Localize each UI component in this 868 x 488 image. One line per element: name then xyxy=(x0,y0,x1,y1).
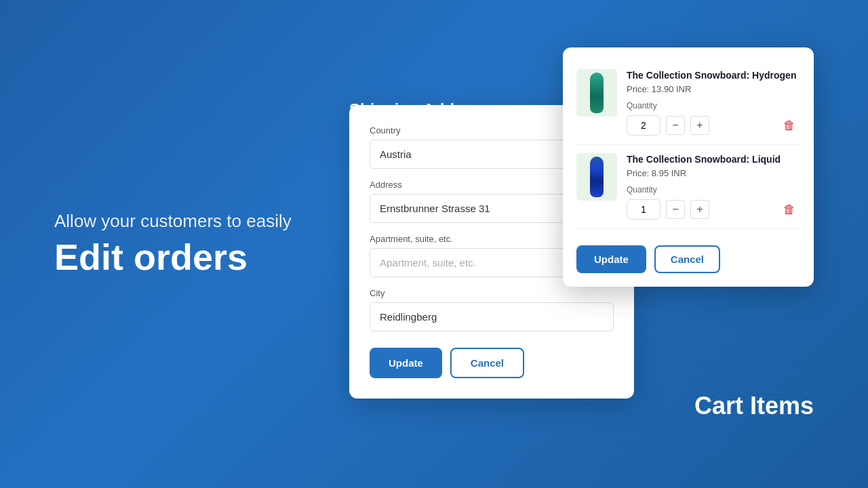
item-image-liquid xyxy=(576,153,617,201)
shipping-button-row: Update Cancel xyxy=(370,348,614,378)
quantity-plus-liquid[interactable]: + xyxy=(690,200,709,219)
trash-icon-liquid: 🗑 xyxy=(783,203,795,217)
quantity-plus-hydrogen[interactable]: + xyxy=(690,116,709,135)
hero-section: Allow your customers to easily Edit orde… xyxy=(54,211,292,277)
cart-item: The Collection Snowboard: Hydrogen Price… xyxy=(576,61,800,145)
snowboard-liquid-icon xyxy=(590,157,604,197)
item-details-hydrogen: The Collection Snowboard: Hydrogen Price… xyxy=(627,69,800,136)
city-group: City xyxy=(370,288,614,331)
cart-button-row: Update Cancel xyxy=(576,240,800,273)
quantity-input-hydrogen[interactable] xyxy=(627,115,660,136)
snowboard-hydrogen-icon xyxy=(590,73,604,113)
cart-cancel-button[interactable]: Cancel xyxy=(654,245,720,273)
delete-item-liquid[interactable]: 🗑 xyxy=(778,199,800,220)
item-name-hydrogen: The Collection Snowboard: Hydrogen xyxy=(627,69,800,81)
city-input[interactable] xyxy=(370,302,614,331)
item-name-liquid: The Collection Snowboard: Liquid xyxy=(627,153,800,165)
quantity-input-liquid[interactable] xyxy=(627,199,660,220)
quantity-minus-hydrogen[interactable]: − xyxy=(666,116,685,135)
item-details-liquid: The Collection Snowboard: Liquid Price: … xyxy=(627,153,800,220)
quantity-minus-liquid[interactable]: − xyxy=(666,200,685,219)
item-price-liquid: Price: 8.95 INR xyxy=(627,168,800,178)
cart-update-button[interactable]: Update xyxy=(576,245,646,273)
shipping-update-button[interactable]: Update xyxy=(370,348,442,378)
cart-item: The Collection Snowboard: Liquid Price: … xyxy=(576,145,800,229)
quantity-label-hydrogen: Quantity xyxy=(627,101,800,110)
item-price-hydrogen: Price: 13.90 INR xyxy=(627,84,800,94)
quantity-row-liquid: − + 🗑 xyxy=(627,199,800,220)
city-label: City xyxy=(370,288,614,298)
hero-subtitle: Allow your customers to easily xyxy=(54,211,292,232)
trash-icon-hydrogen: 🗑 xyxy=(783,119,795,133)
item-image-hydrogen xyxy=(576,69,617,117)
delete-item-hydrogen[interactable]: 🗑 xyxy=(778,115,800,136)
cart-items-card: The Collection Snowboard: Hydrogen Price… xyxy=(563,47,814,287)
quantity-label-liquid: Quantity xyxy=(627,185,800,195)
shipping-cancel-button[interactable]: Cancel xyxy=(450,348,524,378)
cart-section-label: Cart Items xyxy=(694,392,814,420)
quantity-row-hydrogen: − + 🗑 xyxy=(627,115,800,136)
hero-title: Edit orders xyxy=(54,237,292,277)
